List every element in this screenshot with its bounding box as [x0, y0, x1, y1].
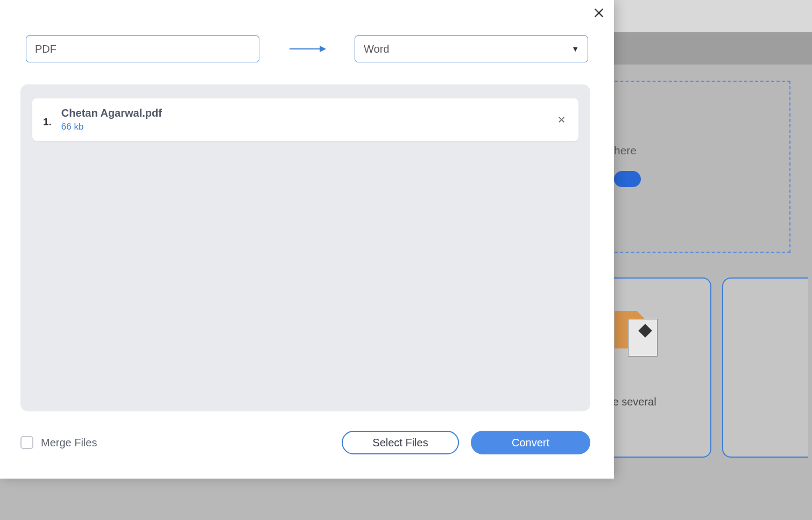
drop-zone-text-fragment: here — [614, 144, 637, 157]
close-button[interactable] — [590, 4, 608, 22]
merge-card-icon — [615, 311, 663, 359]
arrow-icon — [259, 44, 355, 54]
source-format-value: PDF — [35, 43, 57, 55]
file-info: Chetan Agarwal.pdf 66 kb — [61, 107, 555, 132]
file-size: 66 kb — [61, 122, 555, 132]
checkbox-box — [20, 436, 33, 449]
close-icon: ✕ — [557, 114, 566, 126]
merge-files-checkbox[interactable]: Merge Files — [20, 436, 97, 449]
file-row: 1. Chetan Agarwal.pdf 66 kb ✕ — [32, 98, 578, 141]
drop-zone-button-fragment[interactable] — [614, 171, 641, 187]
format-row: PDF Word ▼ — [26, 35, 588, 62]
convert-dialog: PDF Word ▼ 1. Chetan Agarwal.pdf 66 kb ✕ — [0, 0, 614, 479]
target-format-value: Word — [364, 43, 389, 55]
target-format-select[interactable]: Word ▼ — [355, 35, 588, 62]
svg-marker-3 — [320, 46, 326, 52]
remove-file-button[interactable]: ✕ — [555, 113, 568, 126]
close-icon — [593, 7, 605, 19]
source-format-input[interactable]: PDF — [26, 35, 259, 62]
file-name: Chetan Agarwal.pdf — [61, 107, 555, 119]
merge-files-label: Merge Files — [41, 437, 97, 449]
chevron-down-icon: ▼ — [571, 45, 579, 53]
select-files-button[interactable]: Select Files — [342, 431, 459, 454]
convert-button[interactable]: Convert — [471, 431, 590, 454]
feature-card-partial[interactable] — [722, 277, 808, 458]
dialog-footer: Merge Files Select Files Convert — [20, 431, 590, 454]
file-index: 1. — [43, 116, 52, 132]
files-panel: 1. Chetan Agarwal.pdf 66 kb ✕ — [20, 84, 590, 411]
